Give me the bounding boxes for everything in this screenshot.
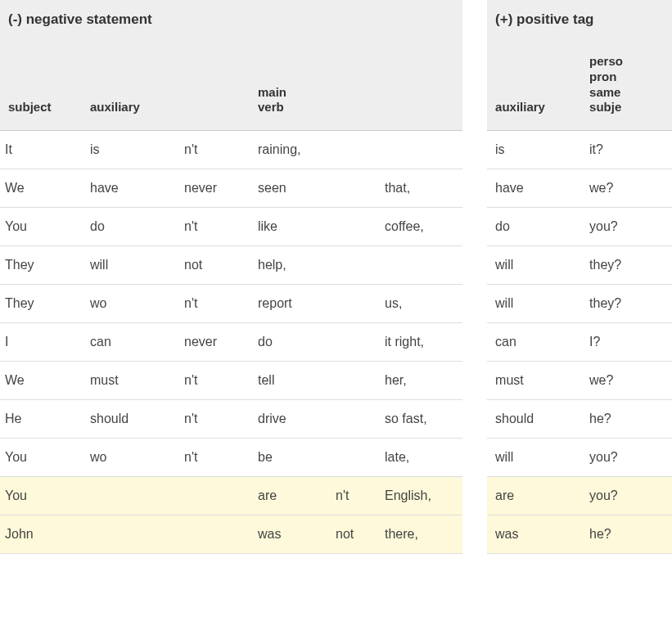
cell-aux2: was xyxy=(487,515,581,554)
cell-extra1 xyxy=(327,246,377,285)
cell-aux1: wo xyxy=(82,439,176,477)
cell-pron: they? xyxy=(581,285,672,323)
cell-aux1: have xyxy=(82,169,176,208)
cell-main: do xyxy=(250,323,327,362)
cell-pron: he? xyxy=(581,515,672,554)
cell-neg: not xyxy=(176,246,250,285)
cell-neg: never xyxy=(176,169,250,208)
cell-neg: n't xyxy=(176,131,250,169)
cell-aux1: can xyxy=(82,323,176,362)
cell-neg: n't xyxy=(176,362,250,400)
cell-subject: They xyxy=(0,285,82,323)
cell-aux1: wo xyxy=(82,285,176,323)
col-gap xyxy=(462,39,487,131)
cell-pron: you? xyxy=(581,477,672,515)
cell-main: be xyxy=(250,439,327,477)
table-row: Youwon'tbelate,willyou? xyxy=(0,439,672,477)
cell-gap xyxy=(462,477,487,515)
table-row: Theywon'treportus,willthey? xyxy=(0,285,672,323)
cell-aux2: will xyxy=(487,285,581,323)
cell-main: like xyxy=(250,208,327,246)
cell-main: report xyxy=(250,285,327,323)
col-aux2: auxiliary xyxy=(487,39,581,131)
cell-extra2: there, xyxy=(377,515,462,554)
cell-neg: n't xyxy=(176,400,250,439)
cell-neg xyxy=(176,515,250,554)
cell-gap xyxy=(462,439,487,477)
cell-subject: We xyxy=(0,362,82,400)
cell-aux1: must xyxy=(82,362,176,400)
group-header-negative: (-) negative statement xyxy=(0,0,462,39)
cell-pron: you? xyxy=(581,439,672,477)
cell-extra1 xyxy=(327,362,377,400)
cell-main: help, xyxy=(250,246,327,285)
table-row: Johnwasnotthere,washe? xyxy=(0,515,672,554)
cell-subject: I xyxy=(0,323,82,362)
cell-aux2: are xyxy=(487,477,581,515)
cell-aux2: do xyxy=(487,208,581,246)
cell-extra1 xyxy=(327,169,377,208)
cell-aux1: will xyxy=(82,246,176,285)
cell-aux1 xyxy=(82,515,176,554)
cell-aux2: should xyxy=(487,400,581,439)
cell-extra2: late, xyxy=(377,439,462,477)
cell-extra2 xyxy=(377,131,462,169)
cell-gap xyxy=(462,131,487,169)
col-extra2 xyxy=(377,39,462,131)
col-pron: persopronsamesubje xyxy=(581,39,672,131)
table-row: Theywillnothelp,willthey? xyxy=(0,246,672,285)
cell-subject: We xyxy=(0,169,82,208)
cell-subject: You xyxy=(0,208,82,246)
cell-aux1 xyxy=(82,477,176,515)
cell-gap xyxy=(462,362,487,400)
cell-main: drive xyxy=(250,400,327,439)
col-aux1: auxiliary xyxy=(82,39,176,131)
cell-main: are xyxy=(250,477,327,515)
cell-extra1: n't xyxy=(327,477,377,515)
cell-extra2: that, xyxy=(377,169,462,208)
table-row: Wehaveneverseenthat,havewe? xyxy=(0,169,672,208)
cell-extra1 xyxy=(327,323,377,362)
cell-extra1 xyxy=(327,400,377,439)
cell-pron: we? xyxy=(581,169,672,208)
cell-gap xyxy=(462,169,487,208)
tag-questions-table: (-) negative statement (+) positive tag … xyxy=(0,0,672,554)
cell-neg xyxy=(176,477,250,515)
group-header-gap xyxy=(462,0,487,39)
table-row: Youdon'tlikecoffee,doyou? xyxy=(0,208,672,246)
col-subject: subject xyxy=(0,39,82,131)
cell-pron: it? xyxy=(581,131,672,169)
cell-extra2: it right, xyxy=(377,323,462,362)
cell-extra2 xyxy=(377,246,462,285)
cell-gap xyxy=(462,246,487,285)
table-row: Itisn'training,isit? xyxy=(0,131,672,169)
cell-pron: he? xyxy=(581,400,672,439)
cell-extra1 xyxy=(327,131,377,169)
cell-aux2: will xyxy=(487,246,581,285)
table-row: Heshouldn'tdriveso fast,shouldhe? xyxy=(0,400,672,439)
cell-subject: It xyxy=(0,131,82,169)
table-body: Itisn'training,isit?Wehaveneverseenthat,… xyxy=(0,131,672,554)
cell-main: was xyxy=(250,515,327,554)
cell-subject: You xyxy=(0,477,82,515)
cell-gap xyxy=(462,285,487,323)
cell-aux2: is xyxy=(487,131,581,169)
table-row: Icanneverdoit right,canI? xyxy=(0,323,672,362)
col-main: mainverb xyxy=(250,39,327,131)
table-container: (-) negative statement (+) positive tag … xyxy=(0,0,672,554)
cell-aux2: can xyxy=(487,323,581,362)
cell-main: raining, xyxy=(250,131,327,169)
cell-pron: you? xyxy=(581,208,672,246)
cell-aux2: will xyxy=(487,439,581,477)
cell-aux2: have xyxy=(487,169,581,208)
cell-subject: John xyxy=(0,515,82,554)
cell-aux1: is xyxy=(82,131,176,169)
cell-extra2: coffee, xyxy=(377,208,462,246)
table-row: Wemustn'ttellher,mustwe? xyxy=(0,362,672,400)
cell-gap xyxy=(462,400,487,439)
cell-subject: You xyxy=(0,439,82,477)
cell-aux2: must xyxy=(487,362,581,400)
group-header-positive: (+) positive tag xyxy=(487,0,672,39)
cell-subject: They xyxy=(0,246,82,285)
cell-gap xyxy=(462,515,487,554)
